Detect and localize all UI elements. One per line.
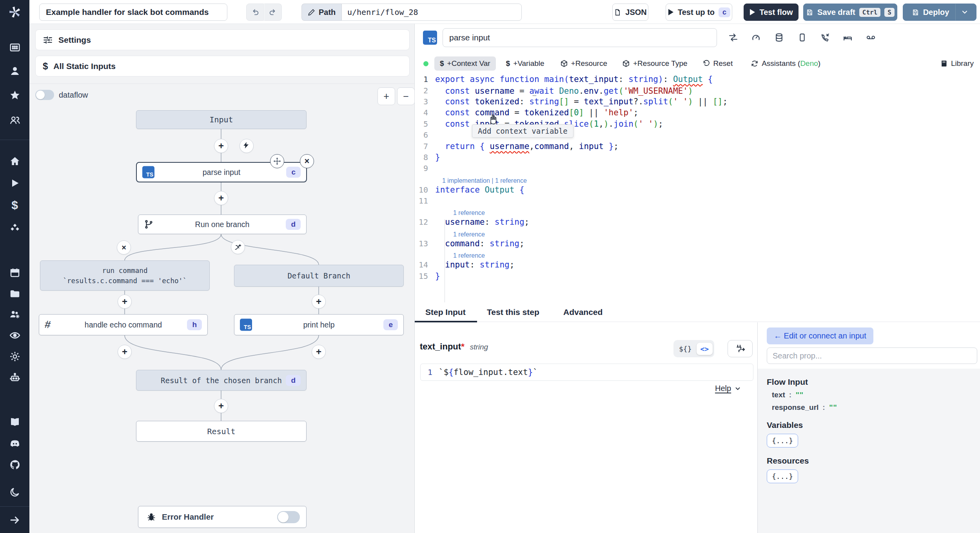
codelens[interactable]: 1 reference bbox=[415, 206, 980, 216]
add-variable-button[interactable]: $ +Variable bbox=[506, 59, 544, 68]
prop-row-response-url[interactable]: response_url:"" bbox=[772, 403, 980, 412]
audit-eye-icon[interactable] bbox=[9, 329, 21, 341]
delete-step-button[interactable]: × bbox=[300, 154, 314, 168]
code-line-7[interactable]: 7 return { username,command, input }; bbox=[415, 140, 980, 151]
deploy-dropdown-button[interactable] bbox=[956, 4, 974, 20]
save-draft-button[interactable]: Save draft CtrlS bbox=[803, 4, 897, 21]
cache-database-icon[interactable] bbox=[774, 33, 784, 42]
add-step-button[interactable]: + bbox=[312, 345, 326, 359]
early-stop-gauge-icon[interactable] bbox=[751, 33, 761, 42]
code-line-2[interactable]: 2 const username = await Deno.env.get('W… bbox=[415, 85, 980, 96]
expression-editor[interactable]: 1 `${flow_input.text}` bbox=[420, 364, 753, 381]
tab-advanced[interactable]: Advanced bbox=[563, 302, 603, 322]
discord-icon[interactable] bbox=[9, 438, 21, 449]
dark-mode-moon-icon[interactable] bbox=[9, 486, 21, 498]
test-up-to-button[interactable]: Test up to c bbox=[666, 4, 732, 21]
code-line-10[interactable]: 10interface Output { bbox=[415, 184, 980, 195]
flow-node-input[interactable]: Input bbox=[136, 110, 307, 129]
suspend-phone-icon[interactable] bbox=[820, 33, 830, 42]
add-step-button[interactable]: + bbox=[118, 345, 132, 359]
add-step-button[interactable]: + bbox=[312, 295, 326, 309]
assistants-button[interactable]: Assistants (Deno) bbox=[751, 59, 820, 68]
error-handler-node[interactable]: Error Handler bbox=[138, 506, 307, 528]
resources-cubes-icon[interactable] bbox=[9, 222, 21, 234]
connect-input-plug-button[interactable] bbox=[728, 340, 753, 357]
schedules-calendar-icon[interactable] bbox=[9, 267, 21, 278]
codelens[interactable]: 1 reference bbox=[415, 249, 980, 259]
add-branch-button[interactable] bbox=[231, 240, 245, 254]
code-line-15[interactable]: 15} bbox=[415, 270, 980, 281]
code-line-12[interactable]: 12 username: string; bbox=[415, 216, 980, 227]
flow-node-default-branch[interactable]: Default Branch bbox=[234, 265, 404, 287]
reset-button[interactable]: Reset bbox=[702, 59, 733, 68]
add-step-button[interactable]: + bbox=[214, 139, 228, 153]
template-mode-button[interactable]: ${} bbox=[675, 343, 696, 355]
codelens[interactable]: 1 reference bbox=[415, 228, 980, 238]
step-name-input[interactable] bbox=[443, 28, 717, 47]
add-step-button[interactable]: + bbox=[214, 399, 228, 413]
runs-play-icon[interactable] bbox=[9, 178, 20, 189]
path-input[interactable] bbox=[341, 4, 522, 21]
flow-node-branch-predicate[interactable]: run command `results.c.command === 'echo… bbox=[40, 260, 210, 291]
flow-node-handle-echo[interactable]: # handle echo command h bbox=[39, 314, 208, 335]
prop-row-text[interactable]: text:"" bbox=[772, 391, 980, 399]
tab-test-this-step[interactable]: Test this step bbox=[487, 302, 539, 322]
code-line-8[interactable]: 8} bbox=[415, 152, 980, 163]
tab-step-input[interactable]: Step Input bbox=[425, 302, 466, 322]
add-context-var-button[interactable]: $ +Context Var bbox=[434, 56, 496, 71]
code-line-3[interactable]: 3 const tokenized: string[] = text_input… bbox=[415, 96, 980, 107]
flow-node-run-one-branch[interactable]: Run one branch d bbox=[138, 215, 307, 234]
flow-node-result[interactable]: Result bbox=[136, 421, 307, 442]
expand-sidebar-arrow-icon[interactable] bbox=[9, 514, 21, 526]
help-link[interactable]: Help bbox=[715, 384, 741, 393]
home-icon[interactable] bbox=[9, 155, 21, 167]
add-resource-type-button[interactable]: +Resource Type bbox=[622, 59, 688, 68]
code-line-14[interactable]: 14 input: string; bbox=[415, 259, 980, 270]
windmill-logo-icon[interactable] bbox=[0, 0, 29, 24]
docs-book-icon[interactable] bbox=[9, 416, 21, 428]
undo-button[interactable] bbox=[246, 4, 264, 21]
code-line-11[interactable]: 11 bbox=[415, 195, 980, 206]
code-line-4[interactable]: 4 const command = tokenized[0] || 'help'… bbox=[415, 107, 980, 118]
add-resource-button[interactable]: +Resource bbox=[560, 59, 607, 68]
move-step-button[interactable] bbox=[270, 154, 284, 168]
deploy-button[interactable]: Deploy bbox=[903, 4, 976, 21]
code-mode-button[interactable]: <> bbox=[697, 343, 713, 355]
code-line-9[interactable]: 9 bbox=[415, 163, 980, 174]
flow-title-input[interactable] bbox=[39, 4, 227, 21]
test-flow-button[interactable]: Test flow bbox=[744, 4, 799, 21]
variables-object-chip[interactable]: {...} bbox=[767, 434, 798, 448]
mock-voicemail-icon[interactable] bbox=[866, 33, 876, 42]
variables-dollar-icon[interactable]: $ bbox=[11, 198, 18, 212]
multiplayer-users-icon[interactable] bbox=[9, 114, 21, 126]
remove-branch-button[interactable]: × bbox=[117, 240, 131, 255]
workspace-icon[interactable] bbox=[9, 42, 21, 53]
flow-canvas[interactable]: Settings $ All Static Inputs dataflow + … bbox=[29, 24, 414, 533]
settings-gear-icon[interactable] bbox=[9, 351, 21, 362]
redo-button[interactable] bbox=[264, 4, 282, 21]
trigger-bolt-button[interactable] bbox=[240, 139, 254, 153]
favorites-star-icon[interactable] bbox=[9, 89, 21, 101]
codelens[interactable]: 1 implementation | 1 reference bbox=[415, 174, 980, 184]
library-button[interactable]: Library bbox=[940, 59, 974, 68]
add-step-button[interactable]: + bbox=[118, 295, 132, 309]
code-line-13[interactable]: 13 command: string; bbox=[415, 238, 980, 249]
json-button[interactable]: JSON bbox=[612, 4, 648, 21]
resources-object-chip[interactable]: {...} bbox=[767, 469, 798, 483]
folders-icon[interactable] bbox=[9, 288, 21, 300]
code-line-1[interactable]: 1export async function main(text_input: … bbox=[415, 74, 980, 85]
workers-robot-icon[interactable] bbox=[9, 372, 21, 384]
concurrency-rectangle-icon[interactable] bbox=[797, 33, 807, 42]
github-icon[interactable] bbox=[9, 459, 21, 471]
flow-node-print-help[interactable]: TS print help e bbox=[234, 314, 404, 335]
prop-search-input[interactable] bbox=[767, 347, 977, 364]
groups-gear-icon[interactable] bbox=[9, 308, 21, 320]
add-step-button[interactable]: + bbox=[214, 191, 228, 205]
error-handler-toggle[interactable] bbox=[277, 511, 300, 523]
user-icon[interactable] bbox=[9, 65, 21, 77]
retries-repeat-icon[interactable] bbox=[728, 33, 738, 42]
flow-node-chosen-result[interactable]: Result of the chosen branch d bbox=[136, 370, 307, 391]
code-editor[interactable]: 1export async function main(text_input: … bbox=[415, 74, 980, 302]
sleep-bed-icon[interactable] bbox=[843, 33, 853, 42]
deploy-main[interactable]: Deploy bbox=[906, 4, 956, 20]
